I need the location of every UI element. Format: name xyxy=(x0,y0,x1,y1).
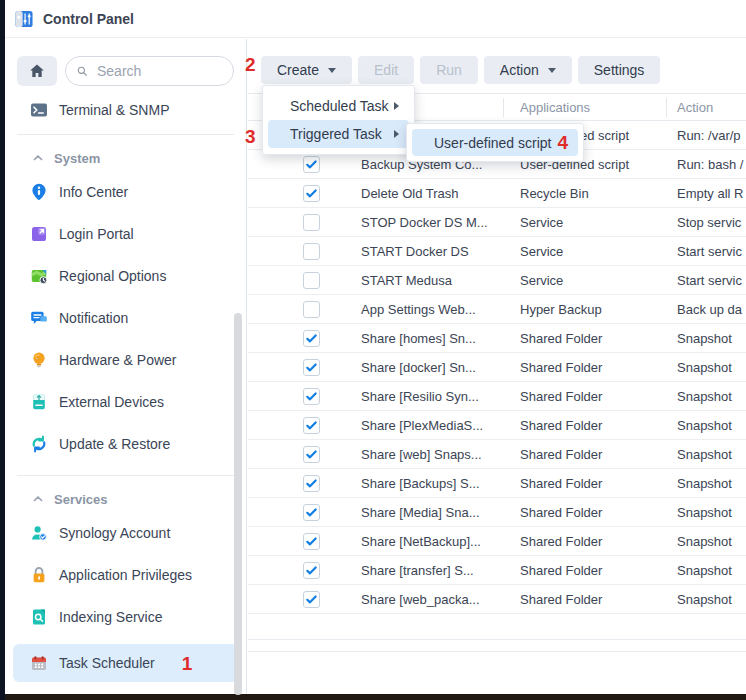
action-cell: Snapshot xyxy=(677,534,746,549)
settings-button[interactable]: Settings xyxy=(578,56,661,84)
checkbox-cell xyxy=(248,504,361,521)
application-cell: Service xyxy=(520,215,677,230)
task-name-cell: Share [Media] Sna... xyxy=(361,505,520,520)
table-row[interactable]: Share [transfer] S...Shared FolderSnapsh… xyxy=(248,556,746,585)
chevron-up-icon xyxy=(32,152,44,164)
task-name-cell: App Settings Web... xyxy=(361,302,520,317)
action-cell: Snapshot xyxy=(677,505,746,520)
sidebar-item-update-restore[interactable]: Update & Restore xyxy=(5,423,246,465)
checkbox-checked[interactable] xyxy=(303,504,320,521)
table-row[interactable]: START Docker DSServiceStart servic xyxy=(248,237,746,266)
sidebar-section-services[interactable]: Services xyxy=(5,486,246,512)
table-row[interactable]: Share [web_packa...Shared FolderSnapshot xyxy=(248,585,746,614)
checkbox-unchecked[interactable] xyxy=(303,214,320,231)
checkbox-checked[interactable] xyxy=(303,446,320,463)
menu-item-user-defined-script[interactable]: User-defined script 4 xyxy=(412,129,578,156)
checkbox-checked[interactable] xyxy=(303,185,320,202)
submenu-arrow-icon xyxy=(394,130,399,138)
column-header-applications[interactable]: Applications xyxy=(520,94,590,121)
table-footer-line xyxy=(248,639,746,640)
table-row[interactable]: STOP Docker DS M...ServiceStop servic xyxy=(248,208,746,237)
button-label: Settings xyxy=(594,62,645,78)
menu-item-scheduled-task[interactable]: Scheduled Task xyxy=(268,92,409,120)
checkbox-unchecked[interactable] xyxy=(303,243,320,260)
table-row[interactable]: Share [Media] Sna...Shared FolderSnapsho… xyxy=(248,498,746,527)
checkbox-checked[interactable] xyxy=(303,156,320,173)
task-name-cell: START Medusa xyxy=(361,273,520,288)
sidebar-item-login-portal[interactable]: Login Portal xyxy=(5,213,246,255)
create-button[interactable]: Create xyxy=(261,56,352,84)
checkbox-checked[interactable] xyxy=(303,591,320,608)
checkbox-checked[interactable] xyxy=(303,388,320,405)
table-row[interactable]: Share [NetBackup]...Shared FolderSnapsho… xyxy=(248,527,746,556)
button-label: Edit xyxy=(374,62,398,78)
checkbox-checked[interactable] xyxy=(303,562,320,579)
sidebar-item-terminal-snmp[interactable]: Terminal & SNMP xyxy=(5,96,246,124)
checkbox-checked[interactable] xyxy=(303,359,320,376)
table-row[interactable]: Share [homes] Sn...Shared FolderSnapshot xyxy=(248,324,746,353)
table-row[interactable]: App Settings Web...Hyper BackupBack up d… xyxy=(248,295,746,324)
sidebar-item-label: Terminal & SNMP xyxy=(59,102,169,118)
task-name-cell: Share [Backups] S... xyxy=(361,476,520,491)
application-cell: Shared Folder xyxy=(520,418,677,433)
checkbox-checked[interactable] xyxy=(303,475,320,492)
sidebar-item-hardware-power[interactable]: Hardware & Power xyxy=(5,339,246,381)
toolbar: CreateEditRunActionSettings xyxy=(261,56,660,84)
sidebar-item-regional-options[interactable]: Regional Options xyxy=(5,255,246,297)
run-button: Run xyxy=(420,56,478,84)
chevron-up-icon xyxy=(32,493,44,505)
sidebar-divider xyxy=(17,475,234,476)
sidebar-item-synology-account[interactable]: Synology Account xyxy=(5,512,246,554)
sidebar-scrollbar[interactable] xyxy=(234,313,242,695)
checkbox-unchecked[interactable] xyxy=(303,301,320,318)
checkbox-cell xyxy=(248,301,361,318)
button-label: Create xyxy=(277,62,319,78)
annotation-1: 1 xyxy=(182,654,193,673)
table-row[interactable]: Share [web] Snaps...Shared FolderSnapsho… xyxy=(248,440,746,469)
table-row[interactable]: Share [PlexMediaS...Shared FolderSnapsho… xyxy=(248,411,746,440)
task-table: User-defined scriptRun: /var/pBackup Sys… xyxy=(248,121,746,614)
checkbox-unchecked[interactable] xyxy=(303,272,320,289)
annotation-4: 4 xyxy=(558,133,569,152)
checkbox-cell xyxy=(248,417,361,434)
column-header-action[interactable]: Action xyxy=(677,94,713,121)
sidebar-item-application-privileges[interactable]: Application Privileges xyxy=(5,554,246,596)
menu-item-triggered-task[interactable]: Triggered Task xyxy=(268,120,409,148)
hardware-power-icon xyxy=(30,351,48,369)
control-panel-icon xyxy=(15,10,33,28)
section-label: Services xyxy=(54,492,108,507)
sidebar-divider xyxy=(17,134,234,135)
task-name-cell: Share [NetBackup]... xyxy=(361,534,520,549)
sidebar-item-info-center[interactable]: Info Center xyxy=(5,171,246,213)
table-row[interactable]: Share [Backups] S...Shared FolderSnapsho… xyxy=(248,469,746,498)
table-row[interactable]: Delete Old TrashRecycle BinEmpty all R xyxy=(248,179,746,208)
sidebar-item-notification[interactable]: Notification xyxy=(5,297,246,339)
sidebar-item-external-devices[interactable]: External Devices xyxy=(5,381,246,423)
action-button[interactable]: Action xyxy=(484,56,572,84)
button-label: Run xyxy=(436,62,462,78)
search-box[interactable] xyxy=(65,56,234,86)
table-row[interactable]: Share [docker] Sn...Shared FolderSnapsho… xyxy=(248,353,746,382)
sidebar-section-system[interactable]: System xyxy=(5,145,246,171)
sidebar-item-task-scheduler[interactable]: Task Scheduler1 xyxy=(13,644,238,682)
task-scheduler-icon xyxy=(30,654,48,672)
table-row[interactable]: Share [Resilio Syn...Shared FolderSnapsh… xyxy=(248,382,746,411)
action-cell: Snapshot xyxy=(677,389,746,404)
checkbox-checked[interactable] xyxy=(303,330,320,347)
sidebar-item-label: Update & Restore xyxy=(59,436,170,452)
sidebar-item-indexing-service[interactable]: Indexing Service xyxy=(5,596,246,638)
search-input[interactable] xyxy=(95,62,223,80)
task-name-cell: START Docker DS xyxy=(361,244,520,259)
sidebar-item-label: Synology Account xyxy=(59,525,170,541)
control-panel-window: Control Panel Terminal & SNMPSystemInfo … xyxy=(5,0,746,694)
checkbox-cell xyxy=(248,591,361,608)
table-row[interactable]: START MedusaServiceStart servic xyxy=(248,266,746,295)
application-cell: Shared Folder xyxy=(520,360,677,375)
checkbox-checked[interactable] xyxy=(303,417,320,434)
sidebar-item-label: Hardware & Power xyxy=(59,352,177,368)
checkbox-checked[interactable] xyxy=(303,533,320,550)
application-cell: Shared Folder xyxy=(520,505,677,520)
home-button[interactable] xyxy=(17,56,57,86)
section-label: System xyxy=(54,151,100,166)
application-cell: Service xyxy=(520,244,677,259)
